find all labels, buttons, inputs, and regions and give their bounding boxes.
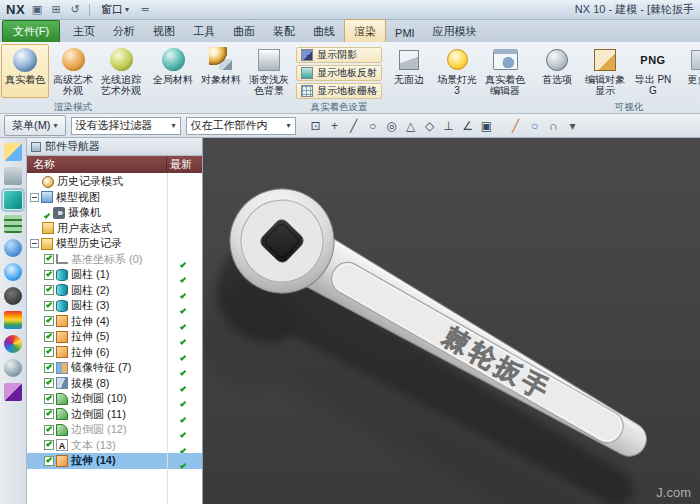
ribbon-tab[interactable]: 视图: [144, 20, 184, 42]
window-menu-button[interactable]: 窗口 ▾: [97, 1, 133, 18]
export-png-button[interactable]: PNG 导出 PNG: [629, 44, 677, 98]
curve-tool-icon[interactable]: ▾: [564, 117, 582, 135]
snap-point-icon[interactable]: ○: [364, 117, 382, 135]
graphics-viewport[interactable]: 棘轮扳手 J.com: [203, 138, 700, 504]
snap-point-icon[interactable]: △: [402, 117, 420, 135]
color-wheel-icon[interactable]: [4, 335, 22, 353]
checkbox-icon[interactable]: [44, 456, 54, 466]
tree-row[interactable]: 历史记录模式: [27, 174, 202, 190]
ribbon-tab[interactable]: 曲线: [304, 20, 344, 42]
history-icon[interactable]: [4, 287, 22, 305]
tree-row[interactable]: 边倒圆 (10): [27, 391, 202, 407]
tree-row[interactable]: 圆柱 (1): [27, 267, 202, 283]
tree-row[interactable]: 拉伸 (4): [27, 314, 202, 330]
raytraced-art-appearance-button[interactable]: 光线追踪艺术外观: [97, 44, 145, 98]
checkbox-icon[interactable]: [44, 409, 54, 419]
tree-row[interactable]: 拉伸 (5): [27, 329, 202, 345]
ribbon-tab[interactable]: 应用模块: [424, 20, 486, 42]
edit-object-display-button[interactable]: 编辑对象显示: [581, 44, 629, 98]
checkbox-icon[interactable]: [44, 440, 54, 450]
ribbon-tab[interactable]: 工具: [184, 20, 224, 42]
checkbox-icon[interactable]: [44, 316, 54, 326]
preferences-button[interactable]: 首选项: [533, 44, 581, 98]
collapse-icon[interactable]: [30, 193, 39, 202]
snap-point-icon[interactable]: ⊡: [307, 117, 325, 135]
true-shading-button[interactable]: 真实着色: [1, 44, 49, 98]
ribbon-tab[interactable]: PMI: [386, 23, 424, 42]
tree-row[interactable]: 拉伸 (6): [27, 345, 202, 361]
tree-row[interactable]: 边倒圆 (12): [27, 422, 202, 438]
tree-row[interactable]: 拔模 (8): [27, 376, 202, 392]
tree-row[interactable]: A 文本 (13): [27, 438, 202, 454]
ribbon-tab[interactable]: 主页: [64, 20, 104, 42]
constraint-navigator-icon[interactable]: [4, 167, 22, 185]
gradient-background-button[interactable]: 渐变浅灰色背景: [245, 44, 293, 98]
tree-row[interactable]: 模型视图: [27, 190, 202, 206]
checkbox-icon[interactable]: [44, 394, 54, 404]
hd3d-tool-icon[interactable]: [4, 239, 22, 257]
checkbox-icon[interactable]: [44, 270, 54, 280]
curve-tool-icon[interactable]: ∩: [545, 117, 563, 135]
shading-toggle-button[interactable]: 显示阴影: [296, 47, 382, 63]
ribbon-tab[interactable]: 装配: [264, 20, 304, 42]
ribbon-tab[interactable]: 渲染: [344, 19, 386, 42]
curve-tool-icon[interactable]: ╱: [507, 117, 525, 135]
tree-row[interactable]: 摄像机: [27, 205, 202, 221]
tree-row[interactable]: 拉伸 (14): [27, 453, 202, 469]
assembly-navigator-icon[interactable]: [4, 143, 22, 161]
tree-row[interactable]: 镜像特征 (7): [27, 360, 202, 376]
scene-lights-button[interactable]: 场景灯光 3: [433, 44, 481, 98]
dependencies-icon[interactable]: [4, 383, 22, 401]
collapse-icon[interactable]: [30, 239, 39, 248]
reuse-library-icon[interactable]: [4, 215, 22, 233]
tree-row[interactable]: 模型历史记录: [27, 236, 202, 252]
feature-type-icon: [56, 377, 68, 389]
customize-quick-access-icon[interactable]: ≂: [138, 3, 152, 16]
web-browser-icon[interactable]: [4, 263, 22, 281]
true-shading-editor-button[interactable]: 真实着色编辑器: [481, 44, 529, 98]
snap-point-icon[interactable]: ▣: [478, 117, 496, 135]
ribbon-tab[interactable]: 分析: [104, 20, 144, 42]
roles-icon[interactable]: [4, 359, 22, 377]
global-material-button[interactable]: 全局材料: [149, 44, 197, 98]
undo-icon[interactable]: ↺: [68, 3, 82, 16]
more-button[interactable]: 更多 ▾: [677, 44, 700, 98]
tree-row[interactable]: 圆柱 (2): [27, 283, 202, 299]
ribbon-tab[interactable]: 曲面: [224, 20, 264, 42]
shading-toggle-button[interactable]: 显示地板栅格: [296, 83, 382, 99]
tree-row[interactable]: 圆柱 (3): [27, 298, 202, 314]
process-studio-icon[interactable]: [4, 311, 22, 329]
selection-scope-select[interactable]: 仅在工作部件内 ▾: [186, 117, 296, 135]
column-name[interactable]: 名称: [27, 157, 166, 172]
column-latest[interactable]: 最新: [166, 157, 202, 172]
snap-point-icon[interactable]: ⊥: [440, 117, 458, 135]
selection-filter-select[interactable]: 没有选择过滤器 ▾: [71, 117, 181, 135]
advanced-art-appearance-button[interactable]: 高级艺术外观: [49, 44, 97, 98]
part-navigator-icon[interactable]: [4, 191, 22, 209]
snap-point-icon[interactable]: ╱: [345, 117, 363, 135]
checkbox-icon[interactable]: [44, 285, 54, 295]
checkbox-icon[interactable]: [44, 363, 54, 373]
tree-row[interactable]: 基准坐标系 (0): [27, 252, 202, 268]
new-window-icon[interactable]: ⊞: [49, 3, 63, 16]
menu-button[interactable]: 菜单(M) ▾: [4, 115, 66, 136]
snap-point-icon[interactable]: +: [326, 117, 344, 135]
checkbox-icon[interactable]: [44, 425, 54, 435]
snap-point-icon[interactable]: ◎: [383, 117, 401, 135]
object-material-button[interactable]: 对象材料: [197, 44, 245, 98]
snap-point-icon[interactable]: ∠: [459, 117, 477, 135]
checkbox-icon[interactable]: [44, 301, 54, 311]
shading-toggle-button[interactable]: 显示地板反射: [296, 65, 382, 81]
checkbox-icon[interactable]: [44, 347, 54, 357]
snap-point-icon[interactable]: ◇: [421, 117, 439, 135]
checkbox-icon[interactable]: [44, 254, 54, 264]
tree-row[interactable]: 用户表达式: [27, 221, 202, 237]
save-icon[interactable]: ▣: [30, 3, 44, 16]
curve-tool-icon[interactable]: ○: [526, 117, 544, 135]
facet-edges-button[interactable]: 无面边: [385, 44, 433, 98]
checkbox-icon[interactable]: [44, 378, 54, 388]
checkbox-icon[interactable]: [44, 332, 54, 342]
navigator-column-header[interactable]: 名称 最新: [27, 156, 202, 173]
file-menu-button[interactable]: 文件(F): [2, 20, 60, 42]
tree-row[interactable]: 边倒圆 (11): [27, 407, 202, 423]
